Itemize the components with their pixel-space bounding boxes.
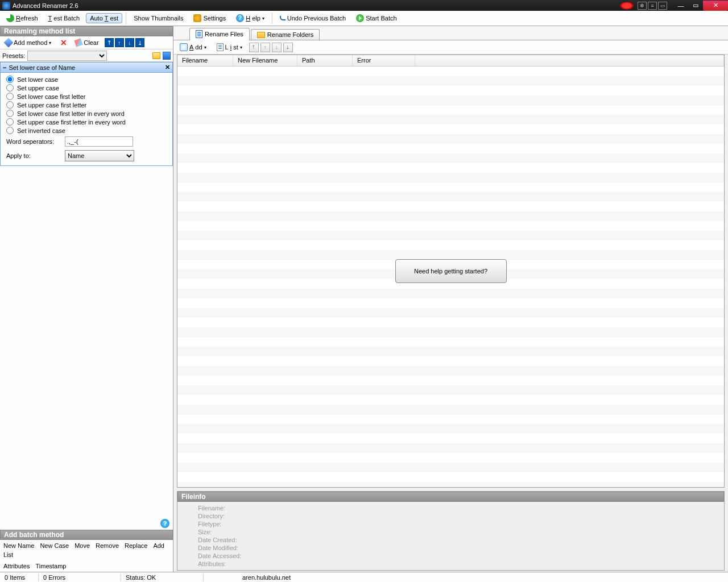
titlebar-gear-icon[interactable]: ✻	[638, 2, 647, 10]
batch-new-name[interactable]: New Name	[3, 542, 34, 549]
radio-upper-first-label: Set upper case first letter	[17, 102, 86, 109]
statusbar: 0 Items 0 Errors Status: OK aren.hulubul…	[0, 572, 728, 582]
start-batch-button[interactable]: Start Batch	[352, 13, 400, 24]
clear-methods-button[interactable]: Clear	[72, 38, 102, 47]
add-icon	[180, 43, 188, 51]
close-button[interactable]: ✕	[703, 1, 728, 11]
method-title-bar[interactable]: − Set lower case of Name ✕	[1, 63, 172, 73]
radio-lower-first[interactable]	[6, 93, 14, 100]
fileinfo-directory: Directory:	[198, 512, 704, 520]
col-error[interactable]: Error	[353, 55, 415, 66]
fileinfo-size: Size:	[198, 528, 704, 536]
batch-timestamp[interactable]: Timestamp	[35, 563, 66, 569]
radio-lower-word-label: Set lower case first letter in every wor…	[17, 110, 125, 117]
move-top-button[interactable]: ⤒	[105, 38, 114, 47]
batch-list[interactable]: List	[3, 551, 13, 558]
sort-top-button[interactable]: ⤒	[249, 43, 259, 52]
batch-move[interactable]: Move	[75, 542, 90, 549]
fileinfo-filetype: Filetype:	[198, 520, 704, 528]
word-sep-input[interactable]	[65, 136, 133, 147]
presets-dropdown[interactable]	[27, 51, 107, 61]
delete-method-button[interactable]: ✕	[57, 37, 71, 48]
sort-down-button[interactable]: ↓	[272, 43, 282, 52]
radio-upper-first[interactable]	[6, 101, 14, 109]
titlebar-window-icon[interactable]: ▭	[658, 2, 667, 10]
add-method-button[interactable]: Add method ▾	[2, 38, 55, 47]
refresh-button[interactable]: Refresh	[2, 13, 42, 24]
method-list-header: Renaming method list	[0, 26, 173, 36]
batch-attributes[interactable]: Attributes	[3, 563, 30, 569]
batch-add[interactable]: Add	[153, 542, 164, 549]
fileinfo-created: Date Created:	[198, 536, 704, 544]
file-toolbar: Add ▾ List ▾ ⤒ ↑ ↓ ⤓	[173, 40, 728, 55]
apply-to-label: Apply to:	[6, 152, 60, 159]
diamond-icon	[4, 38, 14, 48]
titlebar: Advanced Renamer 2.6 ✻ ≡ ▭ — ▭ ✕	[0, 0, 728, 11]
method-close-button[interactable]: ✕	[165, 64, 170, 71]
fileinfo-attributes: Attributes:	[198, 560, 704, 568]
getting-started-button[interactable]: Need help getting started?	[395, 259, 507, 283]
batch-remove[interactable]: Remove	[96, 542, 119, 549]
open-preset-icon[interactable]	[152, 52, 160, 59]
col-filename[interactable]: Filename	[177, 55, 233, 66]
radio-lower[interactable]	[6, 76, 14, 83]
move-down-button[interactable]: ↓	[125, 38, 134, 47]
radio-inverted[interactable]	[6, 127, 14, 134]
fileinfo-modified: Date Modified:	[198, 544, 704, 552]
radio-upper[interactable]	[6, 84, 14, 92]
batch-replace[interactable]: Replace	[125, 542, 147, 549]
add-files-button[interactable]: Add ▾	[176, 41, 210, 53]
batch-new-case[interactable]: New Case	[40, 542, 69, 549]
undo-batch-button[interactable]: Undo Previous Batch	[276, 13, 350, 23]
sort-up-button[interactable]: ↑	[260, 43, 270, 52]
col-new-filename[interactable]: New Filename	[233, 55, 297, 66]
maximize-button[interactable]: ▭	[688, 1, 703, 11]
method-title-text: Set lower case of Name	[9, 64, 75, 71]
titlebar-list-icon[interactable]: ≡	[648, 2, 657, 10]
presets-row: Presets:	[0, 49, 173, 62]
play-icon	[356, 14, 364, 22]
settings-button[interactable]: Settings	[189, 13, 230, 24]
show-thumbnails-button[interactable]: Show Thumbnails	[130, 13, 187, 23]
move-bottom-button[interactable]: ⤓	[135, 38, 144, 47]
tab-rename-files[interactable]: Rename Files	[189, 28, 250, 40]
test-batch-button[interactable]: Test Batch	[44, 13, 84, 23]
apply-to-dropdown[interactable]: Name	[65, 150, 134, 161]
presets-label: Presets:	[2, 52, 25, 59]
method-toolbar: Add method ▾ ✕ Clear ⤒ ↑ ↓ ⤓	[0, 36, 173, 49]
radio-lower-word[interactable]	[6, 110, 14, 117]
list-button[interactable]: List ▾	[213, 41, 246, 53]
word-sep-label: Word seperators:	[6, 138, 60, 145]
auto-test-button[interactable]: Auto Test	[86, 13, 122, 23]
move-up-button[interactable]: ↑	[115, 38, 124, 47]
radio-inverted-label: Set inverted case	[17, 127, 65, 134]
help-icon: ?	[236, 14, 244, 22]
radio-upper-word[interactable]	[6, 118, 14, 126]
method-box: − Set lower case of Name ✕ Set lower cas…	[0, 62, 173, 166]
gear-icon	[193, 14, 201, 22]
help-menu[interactable]: ?Help ▾	[232, 13, 268, 24]
col-path[interactable]: Path	[297, 55, 353, 66]
main-toolbar: Refresh Test Batch Auto Test Show Thumbn…	[0, 11, 728, 26]
batch-header: Add batch method	[0, 530, 173, 540]
radio-lower-first-label: Set lower case first letter	[17, 93, 85, 100]
fileinfo-accessed: Date Accessed:	[198, 552, 704, 560]
status-url[interactable]: aren.hulubulu.net	[238, 574, 295, 581]
table-header: Filename New Filename Path Error	[177, 55, 724, 66]
panel-help-icon[interactable]: ?	[160, 519, 169, 528]
tabs-row: Rename Files Rename Folders	[173, 26, 728, 40]
fileinfo-body: Filename: Directory: Filetype: Size: Dat…	[177, 502, 724, 570]
col-spacer	[415, 55, 724, 66]
file-table: Filename New Filename Path Error Need he…	[177, 55, 725, 488]
fileinfo-filename: Filename:	[198, 504, 704, 512]
status-items: 0 Items	[0, 574, 39, 581]
erase-icon	[75, 38, 83, 47]
sort-bottom-button[interactable]: ⤓	[283, 43, 293, 52]
refresh-icon	[6, 14, 14, 22]
save-preset-icon[interactable]	[163, 52, 171, 60]
minimize-button[interactable]: —	[673, 1, 688, 11]
tab-rename-folders[interactable]: Rename Folders	[251, 29, 320, 40]
delete-icon: ✕	[60, 38, 67, 47]
list-icon	[217, 43, 224, 51]
collapse-icon[interactable]: −	[3, 64, 6, 71]
